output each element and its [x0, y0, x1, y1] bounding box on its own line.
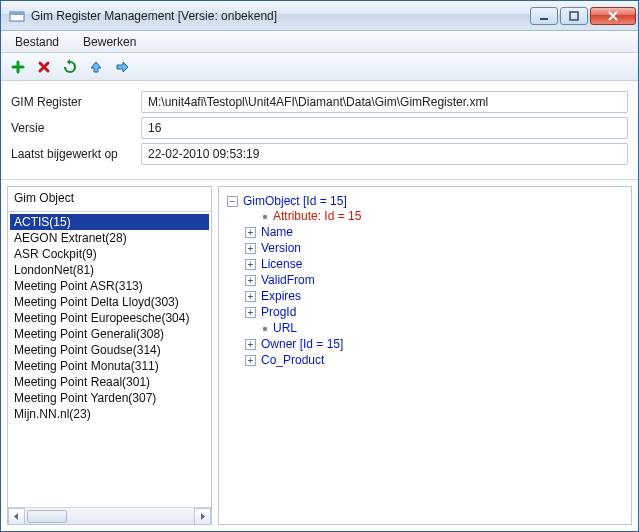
list-item[interactable]: Meeting Point Europeesche(304) — [10, 310, 209, 326]
tree-child-node[interactable]: +Co_Product — [245, 352, 627, 368]
menu-bewerken[interactable]: Bewerken — [73, 33, 146, 51]
list-item[interactable]: Meeting Point Generali(308) — [10, 326, 209, 342]
dot-icon — [263, 215, 267, 219]
tree-child-node[interactable]: +ProgId — [245, 304, 627, 320]
window-title: Gim Register Management [Versie: onbeken… — [31, 9, 530, 23]
list-item[interactable]: Meeting Point Delta Lloyd(303) — [10, 294, 209, 310]
tree-attribute-node[interactable]: Attribute: Id = 15 — [245, 208, 627, 224]
leaf-icon — [245, 323, 256, 334]
tree-child-label[interactable]: ProgId — [261, 305, 296, 319]
expand-icon[interactable]: + — [245, 291, 256, 302]
label-gim-register: GIM Register — [11, 95, 141, 109]
up-icon[interactable] — [87, 58, 105, 76]
add-icon[interactable] — [9, 58, 27, 76]
expand-icon[interactable]: + — [245, 243, 256, 254]
list-item[interactable]: Mijn.NN.nl(23) — [10, 406, 209, 422]
expand-icon[interactable]: + — [245, 259, 256, 270]
menu-bar: Bestand Bewerken — [1, 31, 638, 53]
tree-child-label[interactable]: Version — [261, 241, 301, 255]
tree-root-node[interactable]: −GimObject [Id = 15] Attribute: Id = 15 … — [227, 193, 627, 369]
toolbar — [1, 53, 638, 81]
object-list[interactable]: ACTIS(15)AEGON Extranet(28)ASR Cockpit(9… — [8, 212, 211, 507]
tree-child-node[interactable]: +License — [245, 256, 627, 272]
body: Gim Object ACTIS(15)AEGON Extranet(28)AS… — [1, 180, 638, 531]
close-button[interactable] — [590, 7, 636, 25]
delete-icon[interactable] — [35, 58, 53, 76]
tree-child-label[interactable]: Owner [Id = 15] — [261, 337, 343, 351]
list-item[interactable]: Meeting Point Yarden(307) — [10, 390, 209, 406]
app-icon — [9, 8, 25, 24]
list-item[interactable]: Meeting Point ASR(313) — [10, 278, 209, 294]
object-list-pane: Gim Object ACTIS(15)AEGON Extranet(28)AS… — [7, 186, 212, 525]
list-item[interactable]: Meeting Point Goudse(314) — [10, 342, 209, 358]
tree-child-node[interactable]: +Expires — [245, 288, 627, 304]
list-item[interactable]: Meeting Point Reaal(301) — [10, 374, 209, 390]
svg-rect-3 — [570, 12, 578, 20]
expand-icon[interactable]: + — [245, 275, 256, 286]
value-updated[interactable]: 22-02-2010 09:53:19 — [141, 143, 628, 165]
tree-child-label[interactable]: ValidFrom — [261, 273, 315, 287]
tree-child-node[interactable]: +Version — [245, 240, 627, 256]
label-updated: Laatst bijgewerkt op — [11, 147, 141, 161]
leaf-icon — [245, 211, 256, 222]
window-buttons — [530, 7, 636, 25]
svg-rect-1 — [10, 12, 24, 15]
horizontal-scrollbar[interactable] — [8, 507, 211, 524]
object-list-header[interactable]: Gim Object — [8, 187, 211, 212]
tree-child-node[interactable]: +ValidFrom — [245, 272, 627, 288]
tree-child-label[interactable]: Co_Product — [261, 353, 324, 367]
tree-child-node[interactable]: +Name — [245, 224, 627, 240]
tree-child-node[interactable]: +Owner [Id = 15] — [245, 336, 627, 352]
expand-icon[interactable]: + — [245, 355, 256, 366]
expand-icon[interactable]: + — [245, 339, 256, 350]
tree-child-label[interactable]: Name — [261, 225, 293, 239]
maximize-button[interactable] — [560, 7, 588, 25]
tree-child-label[interactable]: URL — [273, 321, 297, 335]
scroll-right-icon[interactable] — [194, 508, 211, 525]
value-versie[interactable]: 16 — [141, 117, 628, 139]
tree-child-label[interactable]: Expires — [261, 289, 301, 303]
expand-icon[interactable]: + — [245, 307, 256, 318]
minimize-button[interactable] — [530, 7, 558, 25]
tree-root-label[interactable]: GimObject [Id = 15] — [243, 194, 347, 208]
scroll-thumb[interactable] — [27, 510, 67, 523]
list-item[interactable]: ACTIS(15) — [10, 214, 209, 230]
list-item[interactable]: ASR Cockpit(9) — [10, 246, 209, 262]
info-panel: GIM Register M:\unit4afi\Testopl\Unit4AF… — [1, 81, 638, 180]
list-item[interactable]: AEGON Extranet(28) — [10, 230, 209, 246]
app-window: Gim Register Management [Versie: onbeken… — [0, 0, 639, 532]
menu-bestand[interactable]: Bestand — [5, 33, 69, 51]
value-gim-register[interactable]: M:\unit4afi\Testopl\Unit4AFI\Diamant\Dat… — [141, 91, 628, 113]
refresh-icon[interactable] — [61, 58, 79, 76]
expand-icon[interactable]: + — [245, 227, 256, 238]
tree-child-node[interactable]: URL — [245, 320, 627, 336]
scroll-track[interactable] — [25, 508, 194, 525]
scroll-left-icon[interactable] — [8, 508, 25, 525]
tree-child-label[interactable]: License — [261, 257, 302, 271]
tree-attribute-label[interactable]: Attribute: Id = 15 — [273, 209, 361, 223]
svg-rect-2 — [540, 18, 548, 20]
collapse-icon[interactable]: − — [227, 196, 238, 207]
list-item[interactable]: Meeting Point Monuta(311) — [10, 358, 209, 374]
list-item[interactable]: LondonNet(81) — [10, 262, 209, 278]
forward-icon[interactable] — [113, 58, 131, 76]
dot-icon — [263, 327, 267, 331]
label-versie: Versie — [11, 121, 141, 135]
titlebar[interactable]: Gim Register Management [Versie: onbeken… — [1, 1, 638, 31]
tree-pane[interactable]: −GimObject [Id = 15] Attribute: Id = 15 … — [218, 186, 632, 525]
